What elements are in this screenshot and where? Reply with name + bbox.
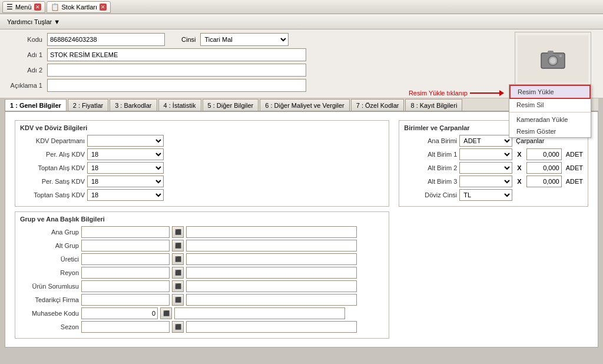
ana-birim-select[interactable]: ADET (459, 135, 512, 147)
ana-grup-desc[interactable] (186, 226, 357, 238)
carpan2-input[interactable] (526, 162, 562, 174)
urun-sorumlusu-input[interactable] (81, 280, 170, 292)
tab-diger-bilgiler[interactable]: 5 : Diğer Bilgiler (203, 99, 259, 111)
urun-sorumlusu-desc[interactable] (186, 280, 357, 292)
ana-grup-input[interactable] (81, 226, 170, 238)
muhasebe-kodu-desc[interactable] (174, 307, 345, 319)
reyon-desc[interactable] (186, 267, 357, 279)
uretici-btn[interactable]: ⬛ (172, 253, 184, 265)
adi2-input[interactable] (47, 64, 306, 77)
tab-content-area: KDV ve Döviz Bilgileri KDV Departmanı Pe… (5, 111, 598, 348)
muhasebe-kodu-label: Muhasebe Kodu (20, 310, 79, 317)
uretici-label: Üretici (20, 256, 79, 263)
per-satis-kdv-select[interactable]: 18 (87, 176, 164, 187)
birim3-adet: ADET (566, 178, 583, 185)
doviz-cinsi-select[interactable]: TL (459, 189, 512, 201)
adi1-row: Adı 1 (7, 48, 596, 61)
dropdown-kameradan-yukle[interactable]: Kameradan Yükle (509, 114, 591, 125)
per-satis-kdv-label: Per. Satış KDV (20, 178, 85, 185)
sezon-input[interactable] (81, 321, 170, 333)
uretici-desc[interactable] (186, 253, 357, 265)
tab-menu[interactable]: ☰ Menü ✕ (2, 1, 45, 13)
title-bar: ☰ Menü ✕ 📋 Stok Kartları ✕ (0, 0, 603, 14)
close-menu-tab[interactable]: ✕ (34, 4, 41, 11)
uretici-input[interactable] (81, 253, 170, 265)
adi1-input[interactable] (47, 48, 306, 61)
toptan-alis-kdv-row: Toptan Alış KDV 18 (20, 162, 384, 174)
per-alis-kdv-select[interactable]: 18 (87, 148, 164, 160)
muhasebe-kodu-input[interactable] (81, 307, 158, 319)
camera-icon (538, 47, 568, 71)
reyon-btn[interactable]: ⬛ (172, 267, 184, 279)
main-window: ☰ Menü ✕ 📋 Stok Kartları ✕ Yardımcı Tuşl… (0, 0, 603, 364)
tedarikci-input[interactable] (81, 294, 170, 306)
tab-stok-kartlari[interactable]: 📋 Stok Kartları ✕ (47, 1, 111, 13)
birim1-adet: ADET (566, 151, 583, 158)
kdv-departmani-label: KDV Departmanı (20, 137, 85, 144)
ana-grup-row: Ana Grup ⬛ (20, 226, 384, 238)
kodu-input[interactable] (47, 33, 165, 46)
tedarikci-btn[interactable]: ⬛ (172, 294, 184, 306)
arrow-annotation: Resim Yükle tıklanıp (409, 90, 504, 97)
doviz-cinsi-row: Döviz Cinsi TL (404, 189, 583, 201)
alt-grup-btn[interactable]: ⬛ (172, 240, 184, 252)
ana-birim-label: Ana Birimi (404, 137, 457, 144)
per-satis-kdv-row: Per. Satış KDV 18 (20, 176, 384, 187)
cinsi-select[interactable]: Ticari Mal (200, 33, 289, 46)
urun-sorumlusu-btn[interactable]: ⬛ (172, 280, 184, 292)
reyon-input[interactable] (81, 267, 170, 279)
menu-separator (509, 112, 591, 112)
dropdown-resim-sil[interactable]: Resim Sil (509, 99, 591, 111)
kdv-section-title: KDV ve Döviz Bilgileri (20, 124, 384, 131)
toptan-alis-kdv-select[interactable]: 18 (87, 162, 164, 174)
alt-birim3-select[interactable] (459, 176, 512, 187)
kdv-departmani-select[interactable] (87, 135, 164, 147)
tedarikci-label: Tedarikçi Firma (20, 296, 79, 303)
image-placeholder (518, 35, 588, 82)
alt-birim2-row: Alt Birim 2 X ADET (404, 162, 583, 174)
muhasebe-kodu-btn[interactable]: ⬛ (160, 307, 172, 319)
sezon-btn[interactable]: ⬛ (172, 321, 184, 333)
aciklama-label: Açıklama 1 (7, 82, 42, 89)
ana-grup-btn[interactable]: ⬛ (172, 226, 184, 238)
alt-grup-row: Alt Grup ⬛ (20, 240, 384, 252)
close-stok-tab[interactable]: ✕ (100, 4, 107, 11)
tab-diger-maliyet[interactable]: 6 : Diğer Maliyet ve Vergiler (260, 99, 350, 111)
carpan3-input[interactable] (526, 176, 562, 187)
aciklama-row: Açıklama 1 (7, 79, 596, 92)
toptan-satis-kdv-select[interactable]: 18 (87, 189, 164, 201)
toptan-alis-kdv-label: Toptan Alış KDV (20, 164, 85, 171)
kodu-label: Kodu (7, 36, 42, 43)
cinsi-label: Cinsi (181, 36, 196, 43)
alt-grup-input[interactable] (81, 240, 170, 252)
tab-kayit-bilgileri[interactable]: 8 : Kayıt Bilgileri (405, 99, 462, 111)
annotation-text: Resim Yükle tıklanıp (409, 90, 468, 97)
reyon-label: Reyon (20, 269, 79, 276)
tab-fiyatlar[interactable]: 2 : Fiyatlar (68, 99, 108, 111)
kdv-section: KDV ve Döviz Bilgileri KDV Departmanı Pe… (15, 120, 389, 207)
yardimci-tuslar-button[interactable]: Yardımcı Tuşlar ▼ (4, 17, 64, 27)
tedarikci-desc[interactable] (186, 294, 357, 306)
sezon-desc[interactable] (186, 321, 357, 333)
tab-istatistik[interactable]: 4 : İstatistik (158, 99, 201, 111)
alt-birim1-label: Alt Birim 1 (404, 151, 457, 158)
alt-birim2-select[interactable] (459, 162, 512, 174)
alt-grup-desc[interactable] (186, 240, 357, 252)
tab-barkodlar[interactable]: 3 : Barkodlar (110, 99, 157, 111)
dropdown-resim-goster[interactable]: Resim Göster (509, 125, 591, 137)
alt-birim1-select[interactable] (459, 148, 512, 160)
toolbar: Yardımcı Tuşlar ▼ (0, 14, 603, 29)
sezon-row: Sezon ⬛ (20, 321, 384, 333)
carpan1-input[interactable] (526, 148, 562, 160)
aciklama-input[interactable] (47, 79, 306, 92)
dropdown-resim-yukle[interactable]: Resim Yükle (509, 85, 591, 99)
svg-point-4 (559, 55, 562, 57)
per-alis-kdv-label: Per. Alış KDV (20, 151, 85, 158)
tab-ozel-kodlar[interactable]: 7 : Özel Kodlar (351, 99, 405, 111)
tab-genel-bilgiler[interactable]: 1 : Genel Bilgiler (5, 99, 67, 111)
carpanlar-label: Çarpanlar (515, 137, 544, 144)
kodu-row: Kodu Cinsi Ticari Mal (7, 33, 596, 46)
birim2-adet: ADET (566, 164, 583, 171)
svg-rect-3 (548, 51, 554, 54)
sezon-label: Sezon (20, 323, 79, 330)
